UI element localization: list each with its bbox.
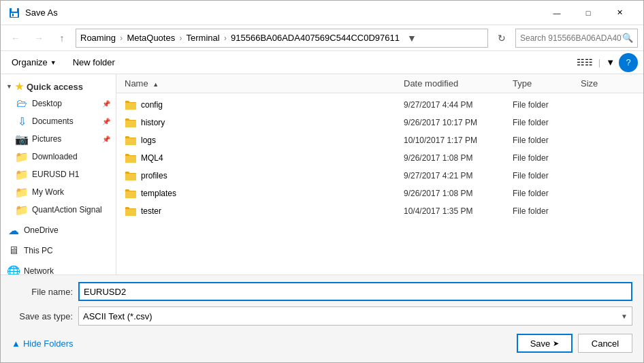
table-row[interactable]: history 9/26/2017 10:17 PM File folder [116, 114, 643, 131]
file-name: logs [141, 136, 156, 145]
close-button[interactable]: ✕ [604, 1, 635, 25]
filename-input[interactable] [78, 282, 632, 301]
file-type: File folder [513, 189, 581, 198]
pin-icon-desktop: 📌 [102, 100, 110, 108]
address-dropdown-button[interactable]: ▼ [402, 29, 421, 48]
quick-access-header[interactable]: ▼ ★ Quick access [1, 78, 116, 95]
header-size[interactable]: Size [581, 78, 635, 89]
file-type: File folder [513, 118, 581, 127]
table-row[interactable]: logs 10/10/2017 1:17 PM File folder [116, 131, 643, 149]
folder-icon [125, 99, 137, 110]
savetype-select[interactable]: ASCII Text (*.csv) ▼ [78, 306, 632, 326]
filename-row: File name: [12, 282, 632, 301]
file-type: File folder [513, 153, 581, 163]
pin-icon-documents: 📌 [102, 118, 110, 125]
sidebar-item-documents[interactable]: ⇩ Documents 📌 [1, 112, 116, 130]
cancel-button[interactable]: Cancel [578, 334, 632, 353]
view-separator: | [598, 57, 600, 67]
search-icon: 🔍 [622, 33, 633, 43]
refresh-button[interactable]: ↻ [492, 29, 511, 48]
mywork-icon: 📁 [16, 186, 28, 198]
save-cursor-icon: ➤ [553, 339, 559, 348]
hide-folders-chevron-icon: ▲ [12, 338, 20, 349]
svg-rect-1 [12, 8, 17, 12]
search-box[interactable]: 🔍 [515, 29, 638, 48]
up-button[interactable]: ↑ [52, 29, 71, 48]
sidebar: ▼ ★ Quick access 🗁 Desktop 📌 ⇩ Documents… [1, 74, 116, 274]
sidebar-item-pictures[interactable]: 📷 Pictures 📌 [1, 130, 116, 148]
quick-access-label: Quick access [27, 82, 83, 92]
organize-toolbar: Organize ▼ New folder ☷☷ | ▼ ? [1, 51, 643, 74]
sidebar-item-onedrive[interactable]: ☁ OneDrive [1, 221, 116, 239]
header-date[interactable]: Date modified [404, 78, 513, 89]
quantaction-icon: 📁 [16, 204, 28, 216]
table-row[interactable]: tester 10/4/2017 1:35 PM File folder [116, 202, 643, 220]
minimize-button[interactable]: — [541, 1, 573, 25]
savetype-label: Save as type: [12, 311, 73, 321]
file-date: 9/26/2017 10:17 PM [404, 118, 513, 127]
back-button[interactable]: ← [6, 29, 25, 48]
table-row[interactable]: profiles 9/27/2017 4:21 PM File folder [116, 167, 643, 185]
network-icon: 🌐 [7, 265, 20, 274]
file-type: File folder [513, 206, 581, 216]
view-toggle-button[interactable]: ☷☷ [573, 53, 597, 72]
downloaded-icon: 📁 [16, 151, 28, 163]
sidebar-item-desktop[interactable]: 🗁 Desktop 📌 [1, 95, 116, 112]
sidebar-item-thispc[interactable]: 🖥 This PC [1, 242, 116, 259]
sidebar-item-mywork[interactable]: 📁 My Work [1, 183, 116, 201]
header-name[interactable]: Name ▲ [125, 78, 404, 89]
savetype-arrow-icon: ▼ [621, 313, 628, 320]
onedrive-icon: ☁ [7, 224, 20, 236]
dialog-icon [9, 7, 20, 18]
title-bar: Save As — □ ✕ [1, 1, 643, 25]
file-date: 10/10/2017 1:17 PM [404, 136, 513, 145]
organize-chevron-icon: ▼ [50, 59, 57, 66]
table-row[interactable]: MQL4 9/26/2017 1:08 PM File folder [116, 149, 643, 167]
file-date: 9/26/2017 1:08 PM [404, 153, 513, 163]
svg-rect-2 [11, 13, 18, 17]
view-dropdown-button[interactable]: ▼ [602, 53, 619, 72]
breadcrumb-metaquotes[interactable]: MetaQuotes [127, 33, 175, 43]
pin-icon-pictures: 📌 [102, 136, 110, 143]
file-name: history [141, 118, 165, 127]
save-as-dialog: Save As — □ ✕ ← → ↑ Roaming › MetaQuotes… [0, 0, 644, 363]
search-input[interactable] [520, 33, 622, 43]
sidebar-item-downloaded[interactable]: 📁 Downloaded [1, 148, 116, 165]
folder-icon [125, 188, 137, 199]
table-row[interactable]: config 9/27/2017 4:44 PM File folder [116, 96, 643, 114]
forward-button[interactable]: → [29, 29, 48, 48]
title-controls: — □ ✕ [541, 1, 635, 25]
file-name: config [141, 100, 163, 110]
folder-icon [125, 153, 137, 163]
sidebar-item-network[interactable]: 🌐 Network [1, 262, 116, 274]
save-button[interactable]: Save ➤ [517, 334, 573, 353]
file-name: templates [141, 189, 176, 198]
folder-icon [125, 117, 137, 128]
nav-toolbar: ← → ↑ Roaming › MetaQuotes › Terminal › … [1, 25, 643, 51]
sidebar-item-quantaction[interactable]: 📁 QuantAction Signal [1, 201, 116, 219]
bottom-area: File name: Save as type: ASCII Text (*.c… [1, 274, 643, 362]
file-name: profiles [141, 171, 167, 180]
pictures-icon: 📷 [16, 133, 28, 145]
file-date: 9/26/2017 1:08 PM [404, 189, 513, 198]
file-date: 9/27/2017 4:44 PM [404, 100, 513, 110]
table-row[interactable]: templates 9/26/2017 1:08 PM File folder [116, 185, 643, 202]
new-folder-button[interactable]: New folder [67, 54, 120, 72]
file-type: File folder [513, 100, 581, 110]
breadcrumb-terminal[interactable]: Terminal [187, 33, 220, 43]
help-button[interactable]: ? [619, 53, 638, 72]
file-date: 10/4/2017 1:35 PM [404, 206, 513, 216]
header-type[interactable]: Type [513, 78, 581, 89]
hide-folders-row[interactable]: ▲ Hide Folders [12, 338, 74, 349]
quick-access-star-icon: ★ [15, 81, 24, 92]
sidebar-item-eurusd[interactable]: 📁 EURUSD H1 [1, 165, 116, 183]
folder-icon [125, 170, 137, 181]
documents-icon: ⇩ [16, 115, 28, 127]
file-type: File folder [513, 171, 581, 180]
organize-button[interactable]: Organize ▼ [6, 54, 62, 72]
title-bar-left: Save As [9, 7, 58, 18]
address-bar[interactable]: Roaming › MetaQuotes › Terminal › 915566… [76, 29, 488, 48]
breadcrumb-roaming[interactable]: Roaming [80, 33, 116, 43]
file-list: config 9/27/2017 4:44 PM File folder his… [116, 93, 643, 274]
maximize-button[interactable]: □ [573, 1, 604, 25]
